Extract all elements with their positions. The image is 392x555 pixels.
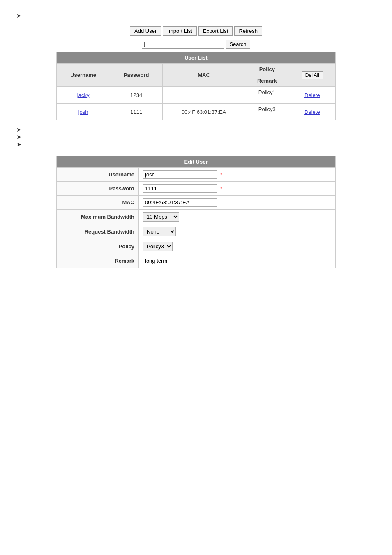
search-row: Search bbox=[12, 40, 380, 49]
edit-mac-row: MAC bbox=[57, 196, 336, 210]
search-input[interactable] bbox=[142, 40, 224, 49]
edit-request-bandwidth-value-cell: None 1 Mbps 2 Mbps 5 Mbps 10 Mbps bbox=[139, 224, 336, 239]
edit-policy-label: Policy bbox=[57, 239, 139, 254]
edit-username-label: Username bbox=[57, 168, 139, 182]
edit-mac-label: MAC bbox=[57, 196, 139, 210]
user-josh-password: 1111 bbox=[110, 104, 163, 120]
edit-password-value-cell: * bbox=[139, 182, 336, 196]
edit-mac-value-cell bbox=[139, 196, 336, 210]
column-headers-row: Username Password MAC Policy Del All bbox=[57, 64, 336, 75]
table-row: jacky 1234 Policy1 Delete bbox=[57, 87, 336, 98]
edit-request-bandwidth-label: Request Bandwidth bbox=[57, 224, 139, 239]
user-jacky-policy: Policy1 bbox=[245, 87, 289, 98]
arrow4: ➤ bbox=[16, 141, 380, 148]
edit-remark-input[interactable] bbox=[143, 257, 217, 265]
del-all-cell: Del All bbox=[289, 64, 335, 87]
user-josh-mac: 00:4F:63:01:37:EA bbox=[163, 104, 245, 120]
arrow3: ➤ bbox=[16, 134, 380, 140]
edit-remark-row: Remark bbox=[57, 254, 336, 268]
user-jacky-delete-cell: Delete bbox=[289, 87, 335, 104]
table-row: josh 1111 00:4F:63:01:37:EA Policy3 Dele… bbox=[57, 104, 336, 115]
arrow2: ➤ bbox=[16, 126, 380, 133]
edit-username-value-cell: * bbox=[139, 168, 336, 182]
del-all-button[interactable]: Del All bbox=[302, 71, 323, 79]
edit-policy-select[interactable]: Policy1 Policy2 Policy3 Policy4 bbox=[143, 242, 173, 251]
top-arrow: ➤ bbox=[16, 12, 380, 19]
edit-password-row: Password * bbox=[57, 182, 336, 196]
user-list-table: User List Username Password MAC Policy D… bbox=[56, 52, 336, 120]
user-josh-delete-cell: Delete bbox=[289, 104, 335, 120]
edit-password-label: Password bbox=[57, 182, 139, 196]
import-list-button[interactable]: Import List bbox=[163, 26, 197, 36]
user-jacky-link[interactable]: jacky bbox=[77, 92, 90, 98]
edit-request-bandwidth-row: Request Bandwidth None 1 Mbps 2 Mbps 5 M… bbox=[57, 224, 336, 239]
user-jacky-remark bbox=[245, 98, 289, 104]
edit-max-bandwidth-value-cell: 10 Mbps 1 Mbps 2 Mbps 5 Mbps 20 Mbps 50 … bbox=[139, 210, 336, 224]
edit-mac-input[interactable] bbox=[143, 198, 217, 207]
edit-request-bandwidth-select[interactable]: None 1 Mbps 2 Mbps 5 Mbps 10 Mbps bbox=[143, 227, 176, 236]
search-button[interactable]: Search bbox=[226, 40, 250, 49]
edit-username-input[interactable] bbox=[143, 170, 217, 179]
edit-max-bandwidth-select[interactable]: 10 Mbps 1 Mbps 2 Mbps 5 Mbps 20 Mbps 50 … bbox=[143, 212, 179, 222]
user-list-title: User List bbox=[57, 52, 336, 64]
toolbar: Add User Import List Export List Refresh bbox=[12, 26, 380, 36]
edit-policy-row: Policy Policy1 Policy2 Policy3 Policy4 bbox=[57, 239, 336, 254]
col-mac: MAC bbox=[163, 64, 245, 87]
user-jacky-mac bbox=[163, 87, 245, 104]
password-required-star: * bbox=[220, 185, 222, 192]
user-josh-delete-link[interactable]: Delete bbox=[304, 109, 320, 115]
edit-policy-value-cell: Policy1 Policy2 Policy3 Policy4 bbox=[139, 239, 336, 254]
user-jacky-username: jacky bbox=[57, 87, 110, 104]
col-password: Password bbox=[110, 64, 163, 87]
edit-max-bandwidth-label: Maximum Bandwidth bbox=[57, 210, 139, 224]
edit-user-table: Edit User Username * Password * MAC Maxi… bbox=[56, 156, 336, 268]
edit-remark-value-cell bbox=[139, 254, 336, 268]
user-josh-link[interactable]: josh bbox=[78, 109, 88, 115]
col-username: Username bbox=[57, 64, 110, 87]
edit-password-input[interactable] bbox=[143, 184, 217, 193]
user-jacky-delete-link[interactable]: Delete bbox=[304, 92, 320, 98]
edit-username-row: Username * bbox=[57, 168, 336, 182]
export-list-button[interactable]: Export List bbox=[198, 26, 233, 36]
section-arrows: ➤ ➤ ➤ bbox=[16, 126, 380, 148]
edit-max-bandwidth-row: Maximum Bandwidth 10 Mbps 1 Mbps 2 Mbps … bbox=[57, 210, 336, 224]
user-list-header-row: User List bbox=[57, 52, 336, 64]
refresh-button[interactable]: Refresh bbox=[234, 26, 262, 36]
col-policy: Policy bbox=[245, 64, 289, 75]
add-user-button[interactable]: Add User bbox=[130, 26, 161, 36]
col-remark: Remark bbox=[245, 75, 289, 87]
edit-remark-label: Remark bbox=[57, 254, 139, 268]
user-josh-policy: Policy3 bbox=[245, 104, 289, 115]
edit-user-title: Edit User bbox=[57, 156, 336, 168]
user-jacky-password: 1234 bbox=[110, 87, 163, 104]
user-josh-username: josh bbox=[57, 104, 110, 120]
username-required-star: * bbox=[220, 171, 222, 178]
edit-user-header-row: Edit User bbox=[57, 156, 336, 168]
user-josh-remark bbox=[245, 115, 289, 120]
